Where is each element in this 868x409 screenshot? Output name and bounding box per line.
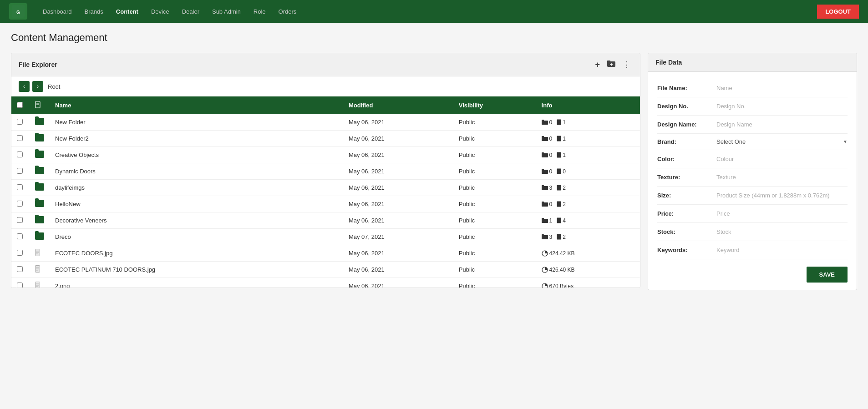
save-button[interactable]: SAVE [807,267,848,283]
file-name-field-row: File Name: [657,79,848,97]
row-name[interactable]: ECOTEC PLATINUM 710 DOORS.jpg [50,262,343,278]
row-modified: May 06, 2021 [343,262,453,278]
row-checkbox[interactable] [17,233,23,239]
row-checkbox[interactable] [17,217,23,223]
svg-rect-32 [557,234,561,240]
stock-field-row: Stock: [657,223,848,241]
keywords-input[interactable] [716,246,848,254]
row-checkbox[interactable] [17,135,23,141]
row-checkbox[interactable] [17,201,23,207]
svg-rect-25 [542,202,544,203]
row-visibility: Public [453,229,536,245]
nav-item-brands[interactable]: Brands [78,0,110,23]
add-folder-button[interactable] [605,59,617,71]
folder-icon [35,200,44,207]
file-size: 670 Bytes [542,283,635,288]
folder-icon [35,232,44,240]
price-input[interactable] [716,209,848,218]
svg-rect-20 [557,169,561,174]
svg-rect-11 [557,120,561,125]
row-checkbox-cell [11,278,30,288]
stock-input[interactable] [716,227,848,236]
svg-rect-10 [542,120,544,121]
row-visibility: Public [453,245,536,262]
row-modified: May 06, 2021 [343,245,453,262]
nav-item-dealer[interactable]: Dealer [176,0,206,23]
folder-icon [35,183,44,191]
row-checkbox[interactable] [17,266,23,272]
select-all-checkbox[interactable] [17,102,23,108]
design-name-label: Design Name: [657,121,716,128]
design-no-input[interactable] [716,102,848,111]
navbar: G Dashboard Brands Content Device Dealer… [0,0,868,23]
row-checkbox[interactable] [17,168,23,174]
file-count: 4 [557,217,566,224]
row-icon-cell [30,147,50,163]
row-name[interactable]: Dynamic Doors [50,163,343,180]
row-name[interactable]: ECOTEC DOORS.jpg [50,245,343,262]
row-name[interactable]: New Folder2 [50,131,343,147]
row-visibility: Public [453,180,536,196]
plus-icon: + [595,60,600,70]
row-modified: May 06, 2021 [343,163,453,180]
row-name[interactable]: Creative Objects [50,147,343,163]
size-field-row: Size: [657,187,848,205]
header-info: Info [536,96,640,114]
brand-field-row: Brand: Select One [657,134,848,150]
file-explorer-header: File Explorer + [11,53,640,76]
table-row: New Folder2May 06, 2021Public 0 1 [11,131,640,147]
nav-item-orders[interactable]: Orders [272,0,303,23]
color-field-row: Color: [657,150,848,168]
color-input[interactable] [716,155,848,163]
stock-label: Stock: [657,228,716,235]
more-options-button[interactable]: ⋮ [621,59,633,71]
header-modified: Modified [343,96,453,114]
row-name[interactable]: Decorative Veneers [50,212,343,229]
nav-item-dashboard[interactable]: Dashboard [36,0,78,23]
logout-button[interactable]: LOGOUT [817,5,859,19]
folder-info: 1 4 [542,217,635,224]
keywords-label: Keywords: [657,247,716,253]
nav-back-button[interactable]: ‹ [19,81,30,92]
row-checkbox[interactable] [17,119,23,125]
svg-rect-17 [557,152,561,158]
row-name[interactable]: Dreco [50,229,343,245]
folder-count: 1 [542,217,553,224]
row-name[interactable]: 2.png [50,278,343,288]
row-icon-cell [30,131,50,147]
svg-rect-21 [542,186,548,190]
nav-item-content[interactable]: Content [110,0,145,23]
row-icon-cell [30,262,50,278]
row-name[interactable]: daylifeimgs [50,180,343,196]
nav-item-subadmin[interactable]: Sub Admin [206,0,247,23]
brand-select[interactable]: Select One [716,138,848,145]
svg-rect-19 [542,169,544,170]
nav-forward-button[interactable]: › [32,81,43,92]
add-file-button[interactable]: + [593,59,602,71]
row-checkbox-cell [11,114,30,131]
nav-item-role[interactable]: Role [247,0,272,23]
row-checkbox[interactable] [17,151,23,157]
texture-input[interactable] [716,173,848,182]
row-checkbox[interactable] [17,250,23,256]
design-name-input[interactable] [716,120,848,129]
file-count: 2 [557,201,566,207]
row-checkbox[interactable] [17,283,23,288]
row-name[interactable]: New Folder [50,114,343,131]
logo: G [9,3,27,20]
table-row: New FolderMay 06, 2021Public 0 1 [11,114,640,131]
svg-text:G: G [16,10,20,15]
row-modified: May 06, 2021 [343,131,453,147]
row-checkbox[interactable] [17,184,23,190]
nav-item-device[interactable]: Device [145,0,176,23]
row-visibility: Public [453,131,536,147]
svg-rect-24 [542,202,548,207]
row-info: 0 2 [536,196,640,212]
row-visibility: Public [453,196,536,212]
row-name[interactable]: HelloNew [50,196,343,212]
file-count: 1 [557,119,566,126]
design-name-field-row: Design Name: [657,116,848,134]
row-info: 424.42 KB [536,245,640,262]
size-input[interactable] [716,191,848,200]
file-name-input[interactable] [716,84,848,92]
